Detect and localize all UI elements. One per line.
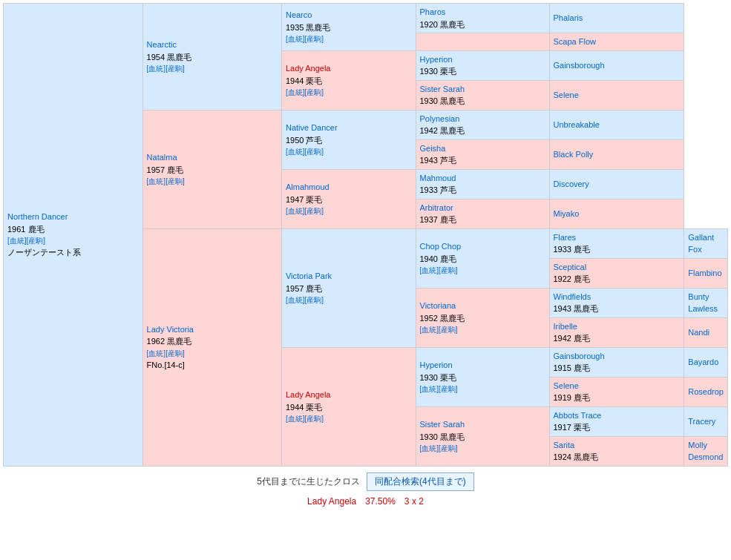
hyperion-1-year: 1930 栗毛	[420, 67, 457, 76]
bunty-lawless-link[interactable]: Bunty Lawless	[688, 292, 718, 314]
chop-chop-bloodline[interactable]: [血統][産駒]	[420, 265, 545, 276]
nearctic-bloodline[interactable]: [血統][産駒]	[147, 63, 278, 74]
chop-chop-year: 1940 鹿毛	[420, 253, 545, 266]
lady-angela-2-link[interactable]: Lady Angela	[286, 389, 412, 401]
hyperion-2-bloodline[interactable]: [血統][産駒]	[420, 383, 545, 395]
discovery-link[interactable]: Discovery	[554, 179, 589, 188]
native-dancer-link[interactable]: Native Dancer	[286, 122, 412, 134]
almahmoud-bloodline[interactable]: [血統][産駒]	[286, 205, 412, 217]
sister-sarah-2-bloodline[interactable]: [血統][産駒]	[420, 443, 545, 454]
abbots-trace-link[interactable]: Abbots Trace	[554, 411, 602, 420]
miyako-link[interactable]: Miyako	[554, 209, 580, 218]
gen4-sarita: Sarita 1924 黒鹿毛	[549, 436, 684, 466]
nandi-link[interactable]: Nandi	[688, 328, 709, 337]
flambino-link[interactable]: Flambino	[688, 269, 721, 277]
lady-angela-2-bloodline[interactable]: [血統][産駒]	[286, 413, 412, 424]
hyperion-1-link[interactable]: Hyperion	[420, 55, 453, 64]
natalma-bloodline[interactable]: [血統][産駒]	[147, 176, 278, 187]
mahmoud-year: 1933 芦毛	[420, 185, 457, 194]
gainsborough-link[interactable]: Gainsborough	[554, 61, 605, 70]
gen1-top: Northern Dancer 1961 鹿毛 [血統][産駒] ノーザンテース…	[4, 4, 143, 467]
gen4-nogara-paired-pharos	[416, 33, 549, 51]
lady-victoria-note: FNo.[14-c]	[147, 359, 278, 372]
unbreakable-link[interactable]: Unbreakable	[554, 120, 600, 129]
chop-chop-link[interactable]: Chop Chop	[420, 240, 545, 253]
gen4-sister-sarah-1: Sister Sarah 1930 黒鹿毛	[416, 80, 549, 110]
gen4-selene-2: Selene 1919 鹿毛	[549, 377, 684, 406]
geisha-year: 1943 芦毛	[420, 156, 457, 165]
search-button[interactable]: 同配合検索(4代目まで)	[367, 472, 474, 491]
gen5-selene: Selene	[549, 80, 684, 110]
gen3-chop-chop: Chop Chop 1940 鹿毛 [血統][産駒]	[416, 228, 549, 288]
gen5-discovery: Discovery	[549, 169, 684, 199]
polynesian-link[interactable]: Polynesian	[420, 114, 460, 123]
rosedrop-link[interactable]: Rosedrop	[688, 387, 724, 396]
arbitrator-link[interactable]: Arbitrator	[420, 203, 453, 212]
gen1-bottom: Lady Victoria 1962 黒鹿毛 [血統][産駒] FNo.[14-…	[142, 228, 281, 466]
arbitrator-year: 1937 鹿毛	[420, 215, 457, 224]
gen5-miyako: Miyako	[549, 199, 684, 228]
hyperion-2-link[interactable]: Hyperion	[420, 359, 545, 372]
gen5-nandi: Nandi	[684, 317, 728, 347]
flares-link[interactable]: Flares	[554, 233, 577, 242]
selene-link[interactable]: Selene	[554, 90, 579, 99]
lady-victoria-bloodline[interactable]: [血統][産駒]	[147, 348, 278, 359]
pharos-link[interactable]: Pharos	[420, 7, 446, 16]
gen5-gainsborough: Gainsborough	[549, 50, 684, 80]
lady-angela-1-year: 1944 栗毛	[286, 75, 412, 88]
selene-2-link[interactable]: Selene	[554, 381, 579, 390]
phalaris-link[interactable]: Phalaris	[554, 13, 583, 22]
gen3-sister-sarah-2: Sister Sarah 1930 黒鹿毛 [血統][産駒]	[416, 406, 549, 466]
nearco-link[interactable]: Nearco	[286, 9, 412, 22]
gen4-abbots-trace: Abbots Trace 1917 栗毛	[549, 406, 684, 436]
northern-dancer-year: 1961 鹿毛	[7, 223, 139, 236]
sister-sarah-1-link[interactable]: Sister Sarah	[420, 85, 465, 93]
windfields-year: 1943 黒鹿毛	[554, 304, 599, 313]
victoriana-bloodline[interactable]: [血統][産駒]	[420, 324, 545, 335]
native-dancer-bloodline[interactable]: [血統][産駒]	[286, 146, 412, 157]
bayardo-link[interactable]: Bayardo	[688, 358, 718, 366]
victoria-park-link[interactable]: Victoria Park	[286, 270, 412, 283]
natalma-link[interactable]: Natalma	[147, 151, 278, 164]
gen4-mahmoud: Mahmoud 1933 芦毛	[416, 169, 549, 199]
gen4-gainsborough-2: Gainsborough 1915 鹿毛	[549, 347, 684, 377]
nearco-bloodline[interactable]: [血統][産駒]	[286, 33, 412, 45]
lady-angela-1-link[interactable]: Lady Angela	[286, 62, 412, 75]
gen4-polynesian: Polynesian 1942 黒鹿毛	[416, 110, 549, 139]
almahmoud-link[interactable]: Almahmoud	[286, 181, 412, 194]
gen5-molly-desmond: Molly Desmond	[684, 436, 728, 466]
gen2-nearctic: Nearctic 1954 黒鹿毛 [血統][産駒]	[142, 4, 281, 111]
gen5-black-polly: Black Polly	[549, 139, 684, 169]
sister-sarah-2-link[interactable]: Sister Sarah	[420, 418, 545, 431]
gen4-arbitrator: Arbitrator 1937 鹿毛	[416, 199, 549, 228]
sister-sarah-2-year: 1930 黒鹿毛	[420, 431, 545, 444]
gen2-victoria-park: Victoria Park 1957 鹿毛 [血統][産駒]	[281, 228, 416, 347]
gallant-fox-link[interactable]: Gallant Fox	[688, 233, 714, 254]
molly-desmond-link[interactable]: Molly Desmond	[688, 441, 723, 462]
sarita-year: 1924 黒鹿毛	[554, 452, 599, 461]
northern-dancer-link[interactable]: Northern Dancer	[7, 211, 139, 223]
scapa-flow-link[interactable]: Scapa Flow	[554, 37, 596, 46]
mahmoud-link[interactable]: Mahmoud	[420, 174, 456, 182]
sarita-link[interactable]: Sarita	[554, 441, 575, 449]
northern-dancer-bloodline[interactable]: [血統][産駒]	[7, 235, 139, 246]
gainsborough-2-link[interactable]: Gainsborough	[554, 352, 605, 360]
sceptical-link[interactable]: Sceptical	[554, 263, 587, 271]
pedigree-table: Northern Dancer 1961 鹿毛 [血統][産駒] ノーザンテース…	[3, 3, 728, 467]
gen5-unbreakable: Unbreakable	[549, 110, 684, 139]
iribelle-link[interactable]: Iribelle	[554, 322, 577, 331]
victoriana-link[interactable]: Victoriana	[420, 300, 545, 312]
cross-label: 5代目までに生じたクロス	[257, 476, 360, 487]
gen4-windfields: Windfields 1943 黒鹿毛	[549, 288, 684, 317]
tracery-link[interactable]: Tracery	[688, 417, 715, 426]
sceptical-year: 1922 鹿毛	[554, 274, 591, 283]
natalma-year: 1957 鹿毛	[147, 164, 278, 177]
lady-angela-1-bloodline[interactable]: [血統][産駒]	[286, 87, 412, 98]
windfields-link[interactable]: Windfields	[554, 292, 591, 301]
lady-victoria-link[interactable]: Lady Victoria	[147, 323, 278, 336]
victoria-park-bloodline[interactable]: [血統][産駒]	[286, 294, 412, 306]
nearctic-link[interactable]: Nearctic	[147, 39, 278, 51]
black-polly-link[interactable]: Black Polly	[554, 150, 594, 159]
geisha-link[interactable]: Geisha	[420, 144, 446, 153]
gen4-pharos: Pharos 1920 黒鹿毛	[416, 4, 549, 33]
